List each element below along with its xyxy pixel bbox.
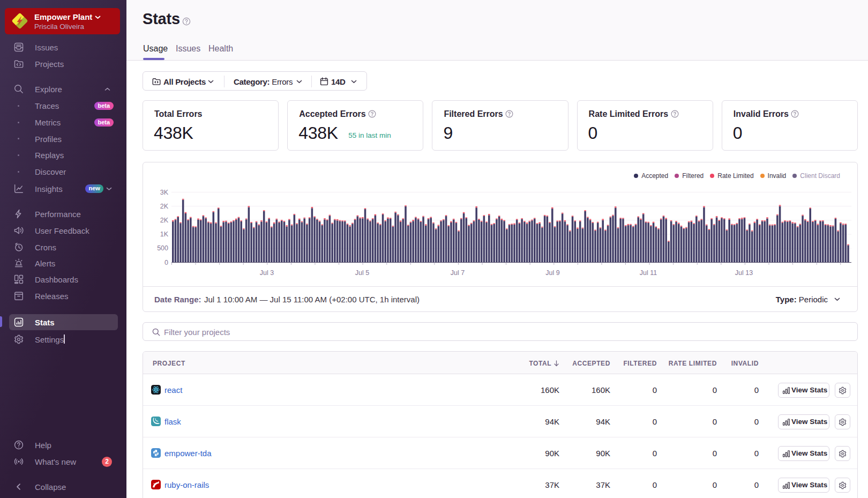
svg-text:Jul 5: Jul 5 <box>355 269 369 277</box>
svg-text:Jul 9: Jul 9 <box>545 269 559 277</box>
svg-text:500: 500 <box>157 244 168 252</box>
svg-text:Jul 7: Jul 7 <box>451 269 465 277</box>
svg-text:2K: 2K <box>160 203 169 210</box>
svg-text:Jul 11: Jul 11 <box>640 269 657 277</box>
svg-text:Jul 13: Jul 13 <box>735 269 753 277</box>
svg-text:Jul 3: Jul 3 <box>260 269 274 277</box>
svg-text:3K: 3K <box>160 189 169 196</box>
svg-text:2K: 2K <box>160 217 169 224</box>
svg-text:1K: 1K <box>160 231 169 238</box>
svg-text:0: 0 <box>164 259 168 266</box>
